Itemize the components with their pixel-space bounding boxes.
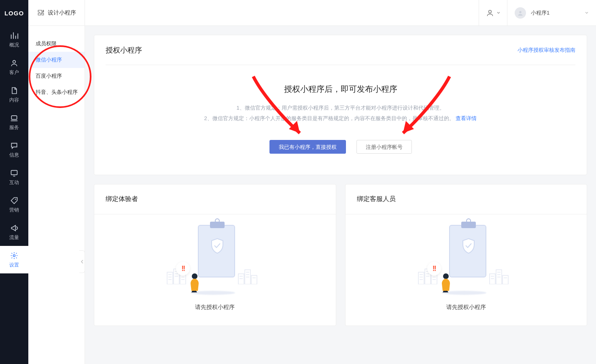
content-area: 授权小程序 小程序授权审核发布指南 授权小程序后，即可发布小程序 1、微信官方规… (85, 26, 596, 364)
person-icon (438, 272, 453, 292)
nav-settings[interactable]: 设置 (0, 246, 28, 273)
svg-rect-2 (11, 170, 17, 175)
chart-icon (10, 31, 19, 40)
design-miniapp-button[interactable]: 设计小程序 (28, 0, 85, 25)
svg-rect-19 (490, 274, 495, 284)
sub-item-douyin[interactable]: 抖音、头条小程序 (28, 84, 85, 100)
svg-rect-1 (11, 116, 17, 119)
svg-rect-14 (251, 275, 257, 284)
nav-customer[interactable]: 客户 (0, 53, 28, 81)
app-avatar (515, 7, 526, 19)
nav-content[interactable]: 内容 (0, 81, 28, 108)
svg-point-15 (192, 273, 197, 279)
nav-label: 营销 (9, 207, 19, 214)
nav-service[interactable]: 服务 (0, 108, 28, 136)
auth-rules: 1、微信官方规定：用户需授权小程序后，第三方平台才能对小程序进行设计和代码管理。… (106, 103, 575, 124)
auth-guide-link[interactable]: 小程序授权审核发布指南 (518, 47, 575, 54)
service-icon (10, 114, 19, 123)
svg-point-4 (13, 254, 15, 256)
sidebar-secondary: 成员权限 微信小程序 百度小程序 抖音、头条小程序 (28, 26, 85, 364)
auth-title: 授权小程序 (106, 45, 518, 55)
nav-label: 概况 (9, 42, 19, 49)
sidebar-primary: LOGO 概况 客户 内容 服务 信息 互动 (0, 0, 28, 364)
svg-point-0 (13, 60, 16, 63)
collapse-sidebar-button[interactable] (79, 250, 85, 273)
nav-label: 内容 (9, 97, 19, 104)
authorize-direct-button[interactable]: 我已有小程序，直接授权 (269, 140, 346, 154)
svg-rect-12 (238, 274, 244, 284)
bind-tester-empty: 请先授权小程序 (195, 304, 235, 311)
nav-interaction[interactable]: 互动 (0, 163, 28, 191)
svg-rect-16 (418, 272, 424, 284)
nav-label: 流量 (9, 234, 19, 241)
auth-tip: 授权小程序后，即可发布小程序 (106, 84, 575, 95)
puzzle-icon (37, 9, 45, 17)
empty-illustration: !! (166, 225, 263, 296)
nav-label: 设置 (9, 262, 19, 269)
top-user-dropdown[interactable] (479, 0, 507, 25)
chevron-left-icon (81, 259, 84, 264)
svg-point-5 (488, 10, 491, 13)
nav-label: 互动 (9, 179, 19, 186)
user-icon (10, 59, 19, 68)
sub-item-baidu[interactable]: 百度小程序 (28, 68, 85, 84)
bind-tester-title: 绑定体验者 (94, 184, 336, 214)
chevron-down-icon (585, 11, 589, 15)
nav-label: 信息 (9, 152, 19, 159)
sub-item-wechat[interactable]: 微信小程序 (28, 52, 85, 68)
top-bar: 设计小程序 小程序1 (28, 0, 596, 26)
rule-1: 1、微信官方规定：用户需授权小程序后，第三方平台才能对小程序进行设计和代码管理。 (106, 103, 575, 113)
rule-2: 2、微信官方规定：小程序个人开放的服务类目是有严格规定的，内容不在服务类目中的，… (204, 115, 454, 121)
nav-label: 服务 (9, 124, 19, 131)
document-icon (10, 86, 19, 95)
nav-marketing[interactable]: 营销 (0, 191, 28, 218)
tag-icon (10, 196, 19, 205)
nav-message[interactable]: 信息 (0, 136, 28, 163)
nav-label: 客户 (9, 69, 19, 76)
see-detail-link[interactable]: 查看详情 (456, 115, 477, 121)
svg-point-3 (15, 199, 16, 200)
nav-overview[interactable]: 概况 (0, 26, 28, 53)
gear-icon (10, 251, 19, 260)
megaphone-icon (10, 224, 19, 233)
user-outline-icon (486, 9, 494, 17)
top-app-switcher[interactable]: 小程序1 (507, 0, 596, 25)
bind-cs-card: 绑定客服人员 !! (345, 184, 588, 326)
interactive-icon (10, 169, 19, 178)
nav-traffic[interactable]: 流量 (0, 218, 28, 246)
app-name: 小程序1 (531, 9, 585, 17)
empty-illustration: !! (418, 225, 515, 296)
register-account-button[interactable]: 注册小程序帐号 (356, 140, 412, 154)
svg-point-22 (443, 273, 449, 279)
chat-icon (10, 141, 19, 150)
authorize-card: 授权小程序 小程序授权审核发布指南 授权小程序后，即可发布小程序 1、微信官方规… (94, 35, 587, 175)
bind-cs-empty: 请先授权小程序 (446, 304, 486, 311)
chevron-down-icon (496, 11, 501, 15)
svg-rect-21 (503, 275, 508, 284)
design-label: 设计小程序 (48, 9, 76, 17)
logo: LOGO (0, 0, 28, 26)
sub-head-members[interactable]: 成员权限 (28, 36, 85, 52)
person-icon (187, 272, 202, 292)
bind-cs-title: 绑定客服人员 (346, 184, 587, 214)
bind-tester-card: 绑定体验者 !! (94, 184, 336, 326)
svg-rect-9 (167, 272, 173, 284)
svg-point-6 (519, 11, 521, 13)
